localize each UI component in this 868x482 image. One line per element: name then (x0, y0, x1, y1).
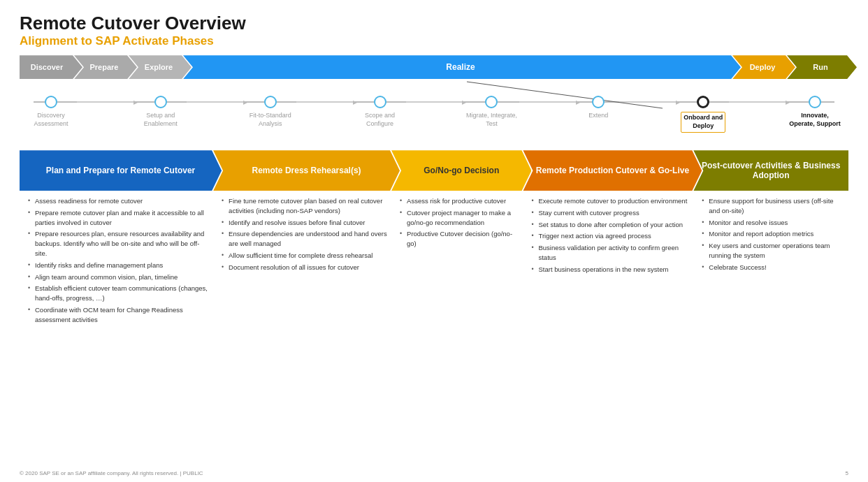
list-item: Ensure support for business users (off-s… (702, 196, 844, 216)
list-item: Allow sufficient time for complete dress… (222, 251, 387, 261)
lower-col-header-rehearsal: Remote Dress Rehearsal(s) (213, 150, 400, 191)
tl-node-fit: Fit-to-StandardAnalysis (245, 82, 296, 128)
tl-seg-6 (619, 101, 677, 103)
timeline-section: DiscoveryAssessment Setup andEnablement … (20, 82, 848, 145)
list-item: Cutover project manager to make a go/no-… (400, 208, 519, 228)
list-item: Monitor and resolve issues (702, 218, 844, 228)
tl-seg-4 (406, 101, 464, 103)
list-item: Prepare resources plan, ensure resources… (28, 229, 209, 258)
tl-label-8: Innovate,Operate, Support (789, 112, 841, 128)
phase-discover: Discover (20, 55, 82, 79)
tl-node-discovery: DiscoveryAssessment (25, 82, 77, 128)
lower-col-body-rehearsal: Fine tune remote cutover plan based on r… (213, 191, 391, 388)
list-item: Ensure dependencies are understood and h… (222, 229, 387, 249)
tl-node-onboard: Onboard andDeploy (677, 82, 729, 132)
lower-col-header-production: Remote Production Cutover & Go-Live (523, 150, 702, 191)
tl-seg-1 (77, 101, 135, 103)
page-title: Remote Cutover Overview (20, 13, 848, 34)
lower-col-production: Remote Production Cutover & Go-Live Exec… (523, 150, 693, 388)
list-item: Celebrate Success! (702, 263, 844, 272)
tl-label-1: DiscoveryAssessment (34, 112, 68, 128)
list-item: Business validation per activity to conf… (531, 243, 689, 263)
list-item: Stay current with cutover progress (531, 208, 689, 218)
lower-col-body-plan: Assess readiness for remote cutover Prep… (20, 191, 213, 388)
tl-label-7: Onboard andDeploy (681, 112, 725, 132)
footer-left: © 2020 SAP SE or an SAP affiliate compan… (20, 470, 203, 476)
lower-col-body-production: Execute remote cutover to production env… (523, 191, 693, 388)
phase-run: Run (787, 55, 857, 79)
lower-col-body-postcutover: Ensure support for business users (off-s… (693, 191, 848, 388)
lower-col-header-gonogo: Go/No-go Decision (391, 150, 531, 191)
list-item: Coordinate with OCM team for Change Read… (28, 305, 209, 325)
list-item: Document resolution of all issues for cu… (222, 263, 387, 272)
list-item: Identify risks and define management pla… (28, 261, 209, 270)
tl-label-5: Migrate, Integrate,Test (466, 112, 517, 128)
list-item: Assess risk for productive cutover (400, 196, 519, 206)
list-item: Productive Cutover decision (go/no-go) (400, 229, 519, 249)
lower-col-header-postcutover: Post-cutover Activities & Business Adopt… (693, 150, 848, 191)
tl-label-2: Setup andEnablement (144, 112, 178, 128)
tl-node-migrate: Migrate, Integrate,Test (463, 82, 519, 128)
tl-seg-2 (187, 101, 245, 103)
tl-dot-4 (374, 96, 386, 108)
list-item: Fine tune remote cutover plan based on r… (222, 196, 387, 216)
tl-dot-1 (45, 96, 57, 108)
list-item: Monitor and report adoption metrics (702, 229, 844, 239)
phase-explore: Explore (129, 55, 191, 79)
tl-label-4: Scope andConfigure (365, 112, 395, 128)
lower-col-rehearsal: Remote Dress Rehearsal(s) Fine tune remo… (213, 150, 391, 388)
list-item: Set status to done after completion of y… (531, 220, 689, 230)
list-item: Key users and customer operations team r… (702, 241, 844, 261)
tl-label-6: Extend (588, 112, 608, 120)
tl-dot-8 (809, 96, 821, 108)
list-item: Identify and resolve issues before final… (222, 218, 387, 228)
tl-seg-3 (296, 101, 354, 103)
page-subtitle: Alignment to SAP Activate Phases (20, 34, 848, 48)
tl-dot-5 (485, 96, 498, 108)
tl-dot-7 (697, 96, 709, 108)
tl-node-extend: Extend (577, 82, 619, 120)
phase-deploy: Deploy (732, 55, 795, 79)
tl-node-innovate: Innovate,Operate, Support (787, 82, 843, 128)
lower-col-postcutover: Post-cutover Activities & Business Adopt… (693, 150, 848, 388)
phase-prepare: Prepare (74, 55, 137, 79)
footer: © 2020 SAP SE or an SAP affiliate compan… (20, 470, 848, 476)
tl-dot-3 (264, 96, 277, 108)
lower-section: Plan and Prepare for Remote Cutover Asse… (20, 150, 848, 388)
lower-col-gonogo: Go/No-go Decision Assess risk for produc… (391, 150, 523, 388)
tl-dot-2 (154, 96, 167, 108)
list-item: Execute remote cutover to production env… (531, 196, 689, 206)
tl-node-scope: Scope andConfigure (354, 82, 406, 128)
tl-dot-6 (592, 96, 605, 108)
page: Remote Cutover Overview Alignment to SAP… (0, 0, 868, 482)
tl-node-setup: Setup andEnablement (135, 82, 187, 128)
list-item: Trigger next action via agreed process (531, 231, 689, 241)
list-item: Assess readiness for remote cutover (28, 196, 209, 206)
tl-label-3: Fit-to-StandardAnalysis (249, 112, 291, 128)
tl-seg-7 (729, 101, 787, 103)
tl-seg-5 (519, 101, 577, 103)
lower-col-header-plan: Plan and Prepare for Remote Cutover (20, 150, 222, 191)
list-item: Establish efficient cutover team communi… (28, 284, 209, 303)
list-item: Align team around common vision, plan, t… (28, 272, 209, 282)
lower-col-plan: Plan and Prepare for Remote Cutover Asse… (20, 150, 213, 388)
phase-banner: Discover Prepare Explore Realize Deploy … (20, 55, 848, 79)
list-item: Prepare remote cutover plan and make it … (28, 208, 209, 228)
list-item: Start business operations in the new sys… (531, 265, 689, 275)
lower-col-body-gonogo: Assess risk for productive cutover Cutov… (391, 191, 523, 388)
footer-right: 5 (846, 470, 848, 476)
phase-realize: Realize (183, 55, 741, 79)
